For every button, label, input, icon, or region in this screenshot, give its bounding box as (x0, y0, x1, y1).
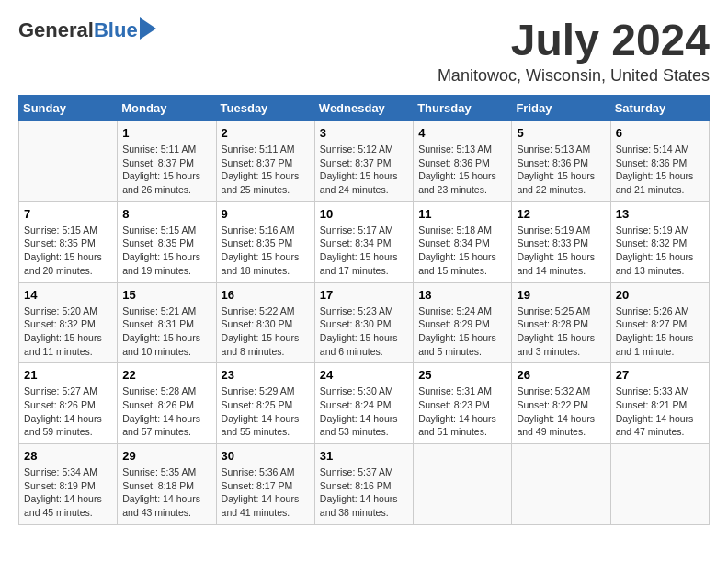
logo-blue-text: Blue (94, 18, 138, 42)
calendar-cell: 22Sunrise: 5:28 AMSunset: 8:26 PMDayligh… (118, 363, 216, 444)
day-number: 9 (222, 207, 310, 221)
day-number: 16 (222, 288, 310, 302)
day-info: Sunrise: 5:19 AMSunset: 8:33 PMDaylight:… (517, 224, 605, 278)
day-info: Sunrise: 5:30 AMSunset: 8:24 PMDaylight:… (320, 385, 408, 439)
day-number: 1 (122, 126, 210, 140)
day-number: 12 (517, 207, 605, 221)
calendar-cell: 18Sunrise: 5:24 AMSunset: 8:29 PMDayligh… (414, 282, 512, 363)
calendar-cell: 10Sunrise: 5:17 AMSunset: 8:34 PMDayligh… (314, 201, 413, 282)
logo-arrow-icon (140, 17, 156, 40)
day-info: Sunrise: 5:21 AMSunset: 8:31 PMDaylight:… (122, 304, 210, 359)
day-number: 15 (122, 288, 210, 302)
calendar-cell: 9Sunrise: 5:16 AMSunset: 8:35 PMDaylight… (216, 201, 314, 282)
weekday-header-row: SundayMondayTuesdayWednesdayThursdayFrid… (19, 96, 710, 121)
day-number: 30 (222, 449, 310, 463)
day-info: Sunrise: 5:15 AMSunset: 8:35 PMDaylight:… (24, 224, 112, 278)
weekday-header-wednesday: Wednesday (314, 96, 413, 121)
day-number: 3 (320, 126, 408, 140)
day-number: 22 (122, 368, 210, 382)
calendar-cell: 8Sunrise: 5:15 AMSunset: 8:35 PMDaylight… (118, 201, 216, 282)
day-number: 29 (122, 449, 210, 463)
calendar-cell (19, 121, 118, 202)
calendar-cell: 29Sunrise: 5:35 AMSunset: 8:18 PMDayligh… (118, 444, 216, 525)
day-number: 13 (616, 207, 704, 221)
calendar-cell: 2Sunrise: 5:11 AMSunset: 8:37 PMDaylight… (216, 121, 314, 202)
calendar-cell: 16Sunrise: 5:22 AMSunset: 8:30 PMDayligh… (216, 282, 314, 363)
day-info: Sunrise: 5:18 AMSunset: 8:34 PMDaylight:… (418, 224, 506, 278)
calendar-cell: 24Sunrise: 5:30 AMSunset: 8:24 PMDayligh… (314, 363, 413, 444)
calendar-cell (512, 444, 610, 525)
calendar-cell: 26Sunrise: 5:32 AMSunset: 8:22 PMDayligh… (512, 363, 610, 444)
day-number: 18 (418, 288, 506, 302)
day-number: 20 (616, 288, 704, 302)
page-header: General Blue July 2024 Manitowoc, Wiscon… (18, 18, 710, 86)
day-info: Sunrise: 5:23 AMSunset: 8:30 PMDaylight:… (320, 304, 408, 359)
day-info: Sunrise: 5:36 AMSunset: 8:17 PMDaylight:… (222, 465, 310, 520)
calendar-cell: 28Sunrise: 5:34 AMSunset: 8:19 PMDayligh… (19, 444, 118, 525)
day-info: Sunrise: 5:24 AMSunset: 8:29 PMDaylight:… (418, 304, 506, 359)
calendar-cell: 25Sunrise: 5:31 AMSunset: 8:23 PMDayligh… (414, 363, 512, 444)
day-number: 6 (616, 126, 704, 140)
weekday-header-sunday: Sunday (19, 96, 118, 121)
day-info: Sunrise: 5:12 AMSunset: 8:37 PMDaylight:… (320, 143, 408, 197)
day-number: 11 (418, 207, 506, 221)
calendar-cell: 27Sunrise: 5:33 AMSunset: 8:21 PMDayligh… (610, 363, 709, 444)
day-number: 14 (24, 288, 112, 302)
calendar-cell: 21Sunrise: 5:27 AMSunset: 8:26 PMDayligh… (19, 363, 118, 444)
day-info: Sunrise: 5:14 AMSunset: 8:36 PMDaylight:… (616, 143, 704, 197)
calendar-week-row: 1Sunrise: 5:11 AMSunset: 8:37 PMDaylight… (19, 121, 710, 202)
calendar-cell: 31Sunrise: 5:37 AMSunset: 8:16 PMDayligh… (314, 444, 413, 525)
day-number: 24 (320, 368, 408, 382)
day-number: 28 (24, 449, 112, 463)
day-info: Sunrise: 5:26 AMSunset: 8:27 PMDaylight:… (616, 304, 704, 359)
day-info: Sunrise: 5:17 AMSunset: 8:34 PMDaylight:… (320, 224, 408, 278)
calendar-cell: 5Sunrise: 5:13 AMSunset: 8:36 PMDaylight… (512, 121, 610, 202)
day-info: Sunrise: 5:16 AMSunset: 8:35 PMDaylight:… (222, 224, 310, 278)
day-info: Sunrise: 5:31 AMSunset: 8:23 PMDaylight:… (418, 385, 506, 439)
day-info: Sunrise: 5:27 AMSunset: 8:26 PMDaylight:… (24, 385, 112, 439)
weekday-header-friday: Friday (512, 96, 610, 121)
calendar-cell: 7Sunrise: 5:15 AMSunset: 8:35 PMDaylight… (19, 201, 118, 282)
day-info: Sunrise: 5:11 AMSunset: 8:37 PMDaylight:… (122, 143, 210, 197)
calendar-week-row: 28Sunrise: 5:34 AMSunset: 8:19 PMDayligh… (19, 444, 710, 525)
location-text: Manitowoc, Wisconsin, United States (438, 66, 710, 86)
calendar-cell: 20Sunrise: 5:26 AMSunset: 8:27 PMDayligh… (610, 282, 709, 363)
day-number: 19 (517, 288, 605, 302)
calendar-week-row: 14Sunrise: 5:20 AMSunset: 8:32 PMDayligh… (19, 282, 710, 363)
calendar-cell: 1Sunrise: 5:11 AMSunset: 8:37 PMDaylight… (118, 121, 216, 202)
day-number: 23 (222, 368, 310, 382)
weekday-header-thursday: Thursday (414, 96, 512, 121)
day-number: 7 (24, 207, 112, 221)
day-number: 5 (517, 126, 605, 140)
day-info: Sunrise: 5:35 AMSunset: 8:18 PMDaylight:… (122, 465, 210, 520)
day-info: Sunrise: 5:32 AMSunset: 8:22 PMDaylight:… (517, 385, 605, 439)
day-number: 25 (418, 368, 506, 382)
calendar-cell: 6Sunrise: 5:14 AMSunset: 8:36 PMDaylight… (610, 121, 709, 202)
day-info: Sunrise: 5:28 AMSunset: 8:26 PMDaylight:… (122, 385, 210, 439)
calendar-cell: 3Sunrise: 5:12 AMSunset: 8:37 PMDaylight… (314, 121, 413, 202)
day-info: Sunrise: 5:13 AMSunset: 8:36 PMDaylight:… (517, 143, 605, 197)
calendar-cell: 11Sunrise: 5:18 AMSunset: 8:34 PMDayligh… (414, 201, 512, 282)
day-info: Sunrise: 5:34 AMSunset: 8:19 PMDaylight:… (24, 465, 112, 520)
calendar-cell: 19Sunrise: 5:25 AMSunset: 8:28 PMDayligh… (512, 282, 610, 363)
calendar-cell: 30Sunrise: 5:36 AMSunset: 8:17 PMDayligh… (216, 444, 314, 525)
month-title: July 2024 (438, 18, 710, 63)
calendar-cell: 12Sunrise: 5:19 AMSunset: 8:33 PMDayligh… (512, 201, 610, 282)
day-number: 10 (320, 207, 408, 221)
weekday-header-tuesday: Tuesday (216, 96, 314, 121)
title-block: July 2024 Manitowoc, Wisconsin, United S… (438, 18, 710, 86)
calendar-week-row: 7Sunrise: 5:15 AMSunset: 8:35 PMDaylight… (19, 201, 710, 282)
calendar-cell: 13Sunrise: 5:19 AMSunset: 8:32 PMDayligh… (610, 201, 709, 282)
calendar-cell: 14Sunrise: 5:20 AMSunset: 8:32 PMDayligh… (19, 282, 118, 363)
day-info: Sunrise: 5:29 AMSunset: 8:25 PMDaylight:… (222, 385, 310, 439)
calendar-cell: 15Sunrise: 5:21 AMSunset: 8:31 PMDayligh… (118, 282, 216, 363)
day-info: Sunrise: 5:33 AMSunset: 8:21 PMDaylight:… (616, 385, 704, 439)
day-info: Sunrise: 5:19 AMSunset: 8:32 PMDaylight:… (616, 224, 704, 278)
weekday-header-saturday: Saturday (610, 96, 709, 121)
day-info: Sunrise: 5:25 AMSunset: 8:28 PMDaylight:… (517, 304, 605, 359)
logo-general-text: General (18, 18, 94, 42)
day-info: Sunrise: 5:13 AMSunset: 8:36 PMDaylight:… (418, 143, 506, 197)
calendar-cell (610, 444, 709, 525)
day-number: 2 (222, 126, 310, 140)
day-info: Sunrise: 5:15 AMSunset: 8:35 PMDaylight:… (122, 224, 210, 278)
